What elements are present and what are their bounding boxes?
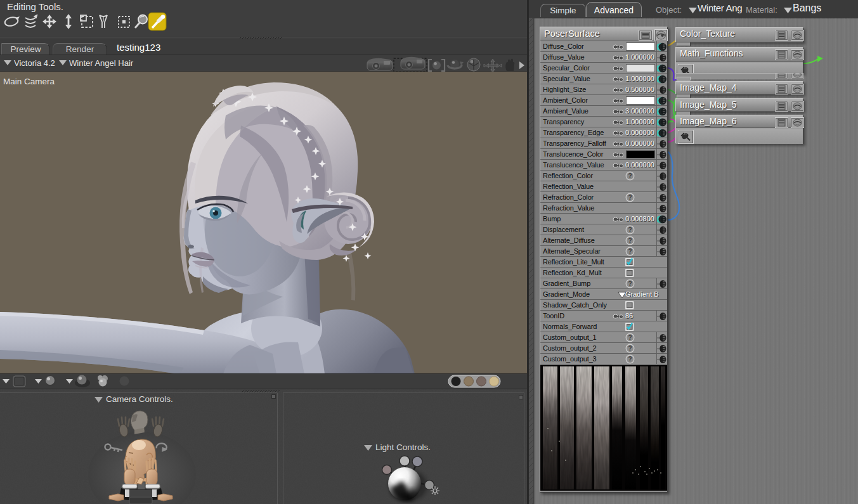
svg-text:?: ? — [628, 356, 632, 363]
svg-text:?: ? — [628, 226, 632, 233]
svg-text:?: ? — [628, 194, 632, 201]
svg-text:?: ? — [628, 345, 632, 352]
svg-text:?: ? — [628, 248, 632, 255]
svg-text:?: ? — [628, 172, 632, 179]
svg-text:?: ? — [628, 237, 632, 244]
svg-text:?: ? — [628, 334, 632, 341]
svg-text:?: ? — [628, 280, 632, 287]
